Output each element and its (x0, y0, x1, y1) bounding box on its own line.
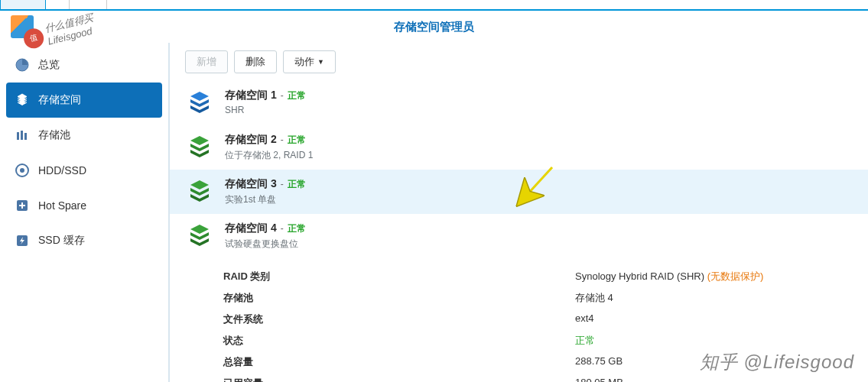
sidebar-item-hotspare[interactable]: Hot Spare (6, 188, 162, 223)
volume-title: 存储空间 2 (225, 133, 277, 147)
bolt-icon (14, 232, 31, 249)
new-button: 新增 (185, 50, 228, 73)
sidebar-item-cache[interactable]: SSD 缓存 (6, 223, 162, 258)
svg-rect-1 (17, 132, 19, 140)
sidebar-item-label: SSD 缓存 (38, 234, 85, 248)
watermark-bottom: 知乎 @Lifeisgood (700, 350, 854, 374)
volume-item[interactable]: 存储空间 3 - 正常 实验1st 单盘 (170, 170, 868, 214)
sidebar-item-volume[interactable]: 存储空间 (6, 83, 162, 118)
sidebar-item-overview[interactable]: 总览 (6, 47, 162, 83)
chevron-down-icon: ▼ (317, 58, 324, 66)
volume-status: 正常 (288, 134, 306, 147)
volume-subtitle: 位于存储池 2, RAID 1 (225, 149, 313, 162)
pool-icon (14, 127, 31, 144)
taskbar-tab[interactable] (0, 0, 46, 9)
delete-button[interactable]: 删除 (234, 50, 277, 73)
volume-stack-icon (185, 89, 214, 118)
volume-item[interactable]: 存储空间 1 - 正常 SHR (170, 81, 868, 125)
volume-status: 正常 (288, 222, 306, 235)
window-header: 存储空间管理员 (0, 11, 868, 43)
volume-list: 存储空间 1 - 正常 SHR 存储空间 2 - 正常 (170, 81, 868, 258)
volume-item[interactable]: 存储空间 2 - 正常 位于存储池 2, RAID 1 (170, 125, 868, 170)
volume-icon (14, 92, 31, 108)
detail-value: 正常 (575, 334, 595, 348)
volume-status: 正常 (288, 89, 306, 102)
svg-point-5 (20, 168, 24, 173)
svg-rect-2 (21, 131, 23, 140)
sidebar-item-label: 存储池 (38, 128, 70, 142)
volume-subtitle: 实验1st 单盘 (225, 193, 306, 206)
taskbar (0, 0, 868, 11)
detail-value: 288.75 GB (575, 355, 623, 369)
detail-row: 文件系统 ext4 (223, 309, 868, 330)
detail-label: 存储池 (223, 291, 575, 305)
sidebar-item-label: 存储空间 (38, 93, 81, 107)
detail-row: 状态 正常 (223, 330, 868, 351)
volume-subtitle: SHR (225, 105, 306, 115)
detail-label: RAID 类别 (223, 270, 575, 283)
sidebar-item-pool[interactable]: 存储池 (6, 118, 162, 153)
detail-value: 存储池 4 (575, 291, 613, 305)
volume-subtitle: 试验硬盘更换盘位 (225, 238, 306, 251)
sidebar: 总览 存储空间 存储池 HDD/SSD Hot Spare (0, 43, 168, 382)
volume-title: 存储空间 4 (225, 222, 277, 235)
toolbar: 新增 删除 动作 ▼ (170, 50, 868, 73)
sidebar-item-label: 总览 (38, 58, 60, 72)
detail-value: ext4 (575, 312, 594, 326)
detail-row: 存储池 存储池 4 (223, 287, 868, 309)
sidebar-item-label: Hot Spare (38, 199, 86, 212)
content-panel: 新增 删除 动作 ▼ 存储空间 1 - 正常 SHR (168, 43, 868, 382)
pie-chart-icon (14, 57, 31, 73)
detail-label: 已用容量 (223, 377, 575, 382)
taskbar-tab[interactable] (69, 0, 107, 9)
sidebar-item-label: HDD/SSD (38, 164, 86, 176)
disk-icon (14, 162, 31, 179)
volume-stack-icon (185, 222, 214, 251)
volume-stack-icon (185, 133, 214, 162)
volume-stack-icon (185, 177, 214, 206)
volume-item[interactable]: 存储空间 4 - 正常 试验硬盘更换盘位 (170, 214, 868, 258)
detail-label: 总容量 (223, 355, 575, 369)
detail-value: Synology Hybrid RAID (SHR) (无数据保护) (575, 270, 763, 283)
plus-icon (14, 197, 31, 214)
detail-row: RAID 类别 Synology Hybrid RAID (SHR) (无数据保… (223, 266, 868, 287)
sidebar-item-hdd[interactable]: HDD/SSD (6, 153, 162, 188)
volume-status: 正常 (288, 178, 306, 191)
window-title: 存储空间管理员 (394, 20, 474, 34)
detail-label: 状态 (223, 334, 575, 348)
svg-rect-3 (24, 133, 27, 140)
volume-title: 存储空间 3 (225, 177, 277, 191)
volume-title: 存储空间 1 (225, 89, 277, 102)
action-button[interactable]: 动作 ▼ (283, 50, 336, 73)
detail-label: 文件系统 (223, 312, 575, 326)
detail-value: 180.05 MB (575, 377, 623, 382)
